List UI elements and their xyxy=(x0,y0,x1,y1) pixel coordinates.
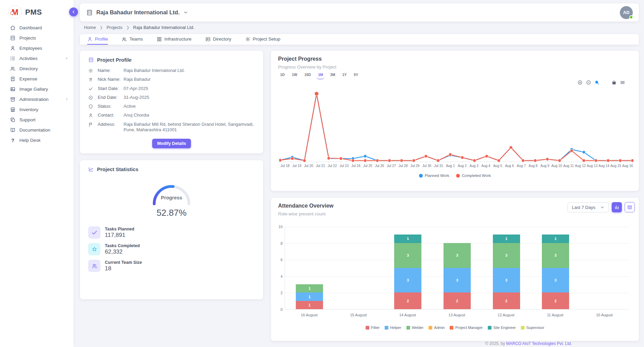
bar-segment-fitter[interactable]: 2 xyxy=(444,292,471,309)
sidebar-item-support[interactable]: Support xyxy=(0,115,74,125)
progress-gauge: Progress xyxy=(151,183,192,206)
sidebar-collapse-button[interactable] xyxy=(69,7,78,16)
sidebar-item-directory[interactable]: Directory xyxy=(0,63,74,74)
legend-item[interactable]: Welder xyxy=(406,326,424,330)
range-button-1d[interactable]: 1D xyxy=(278,72,286,79)
legend-item[interactable]: Completed Work xyxy=(456,174,491,178)
stacked-bar-14-august[interactable]: 2331 xyxy=(394,235,421,309)
data-point xyxy=(424,155,428,158)
company-selector[interactable]: Raja Bahadur International Ltd. xyxy=(86,9,188,16)
table-view-button[interactable] xyxy=(625,202,635,212)
gear-icon xyxy=(245,36,251,42)
card-title: Project Progress xyxy=(278,56,322,62)
tab-label: Directory xyxy=(213,36,231,42)
sidebar-item-image-gallary[interactable]: Image Gallary xyxy=(0,84,74,94)
range-button-1y[interactable]: 1Y xyxy=(341,72,349,79)
sidebar-nav: DashboardProjectsEmployeesActivitiesDire… xyxy=(0,22,74,145)
sidebar-item-employees[interactable]: Employees xyxy=(0,43,74,53)
sidebar-item-help-desk[interactable]: ?Help Desk xyxy=(0,135,74,145)
bar-segment-welder[interactable]: 3 xyxy=(542,243,569,268)
bar-segment-fitter[interactable]: 2 xyxy=(542,292,569,309)
check-icon xyxy=(91,229,98,236)
bar-segment-fitter[interactable]: 1 xyxy=(296,301,323,309)
menu-icon[interactable] xyxy=(620,80,625,85)
bar-segment-welder[interactable]: 3 xyxy=(444,243,471,268)
bar-segment-welder[interactable]: 3 xyxy=(493,243,520,268)
gear-icon xyxy=(88,68,93,73)
zoom-out-icon[interactable] xyxy=(586,80,591,85)
line-chart[interactable] xyxy=(279,91,633,164)
data-point xyxy=(558,159,561,162)
sidebar-item-dashboard[interactable]: Dashboard xyxy=(0,22,74,33)
company-link[interactable]: MARCO AIoT Technologies Pvt. Ltd. xyxy=(506,341,572,346)
breadcrumb-item[interactable]: Home xyxy=(84,25,96,30)
bar-segment-helper[interactable]: 1 xyxy=(296,292,323,301)
legend-item[interactable]: Helper xyxy=(385,326,401,330)
bar-segment-site-engineer[interactable]: 1 xyxy=(394,235,421,243)
tab-infrastructure[interactable]: Infrastructure xyxy=(157,34,192,45)
legend-item[interactable]: Project Manager xyxy=(450,326,483,330)
sidebar-item-documentation[interactable]: Documentation xyxy=(0,125,74,135)
stacked-bar-13-august[interactable]: 233 xyxy=(444,243,471,309)
legend-item[interactable]: Admin xyxy=(429,326,445,330)
bar-segment-helper[interactable]: 3 xyxy=(542,268,569,293)
date-range-select[interactable]: Last 7 Days xyxy=(567,202,609,212)
sidebar-item-expense[interactable]: Expense xyxy=(0,74,74,84)
stacked-bar-11-august[interactable]: 2331 xyxy=(542,235,569,309)
bar-segment-site-engineer[interactable]: 1 xyxy=(493,235,520,243)
tab-project-setup[interactable]: Project Setup xyxy=(245,34,280,45)
bar-segment-welder[interactable]: 3 xyxy=(394,243,421,268)
breadcrumb-item[interactable]: Projects xyxy=(107,25,123,30)
bar-segment-welder[interactable]: 1 xyxy=(296,284,323,292)
attendance-overview-card: Attendance Overview Role-wise present co… xyxy=(271,198,639,341)
legend-label: Planned Work xyxy=(425,174,449,178)
range-button-15d[interactable]: 15D xyxy=(303,72,312,79)
bar-segment-helper[interactable]: 3 xyxy=(444,268,471,293)
zoom-in-icon[interactable] xyxy=(577,80,583,85)
sidebar-item-label: Help Desk xyxy=(19,138,69,143)
sidebar-item-administration[interactable]: Administration xyxy=(0,94,74,104)
bar-view-button[interactable] xyxy=(612,202,622,212)
modify-details-button[interactable]: Modify Details xyxy=(152,139,191,148)
tab-teams[interactable]: Teams xyxy=(122,34,143,45)
bar-chart[interactable]: 111233123323312331 xyxy=(285,227,629,310)
home-reset-icon[interactable] xyxy=(611,80,617,85)
team-icon xyxy=(91,263,98,269)
stacked-bar-12-august[interactable]: 2331 xyxy=(493,235,520,309)
app-logo[interactable]: M PMS xyxy=(0,0,74,20)
contact-card-icon xyxy=(205,36,211,42)
avatar[interactable]: AD xyxy=(620,6,633,19)
bar-segment-site-engineer[interactable]: 1 xyxy=(542,235,569,243)
range-button-1w[interactable]: 1W xyxy=(290,72,299,79)
range-button-1m[interactable]: 1M xyxy=(316,72,325,79)
legend-item[interactable]: Supervisor xyxy=(521,326,544,330)
legend-swatch xyxy=(450,326,453,330)
stat-icon-box xyxy=(88,260,100,272)
legend-item[interactable]: Site Engineer xyxy=(488,326,516,330)
x-tick-label: Jul 26 xyxy=(374,164,386,168)
range-button-3m[interactable]: 3M xyxy=(328,72,337,79)
user-icon xyxy=(10,45,16,51)
sidebar-item-inventory[interactable]: Inventory xyxy=(0,104,74,115)
apps-grid-icon[interactable] xyxy=(606,9,612,16)
data-point xyxy=(400,159,403,162)
bar-segment-helper[interactable]: 3 xyxy=(493,268,520,293)
breadcrumb-separator: ❯ xyxy=(126,25,129,30)
legend-item[interactable]: Fitter xyxy=(366,326,380,330)
tab-directory[interactable]: Directory xyxy=(205,34,231,45)
bar-segment-helper[interactable]: 3 xyxy=(394,268,421,293)
data-point xyxy=(412,159,415,162)
sidebar-item-projects[interactable]: Projects xyxy=(0,33,74,43)
profile-fields: Name:Raja Bahadur International Ltd.Nick… xyxy=(88,66,255,134)
sidebar-item-activities[interactable]: Activities xyxy=(0,53,74,63)
legend-item[interactable]: Planned Work xyxy=(419,174,449,178)
stacked-bar-16-august[interactable]: 111 xyxy=(296,284,323,309)
y-tick-label: 6 xyxy=(272,258,283,262)
selection-zoom-icon[interactable] xyxy=(594,80,600,85)
bar-segment-fitter[interactable]: 2 xyxy=(493,292,520,309)
pan-icon[interactable] xyxy=(603,80,608,85)
bar-segment-fitter[interactable]: 2 xyxy=(394,292,421,309)
gridline xyxy=(285,227,629,227)
range-button-5y[interactable]: 5Y xyxy=(352,72,360,79)
tab-profile[interactable]: Profile xyxy=(87,34,108,45)
